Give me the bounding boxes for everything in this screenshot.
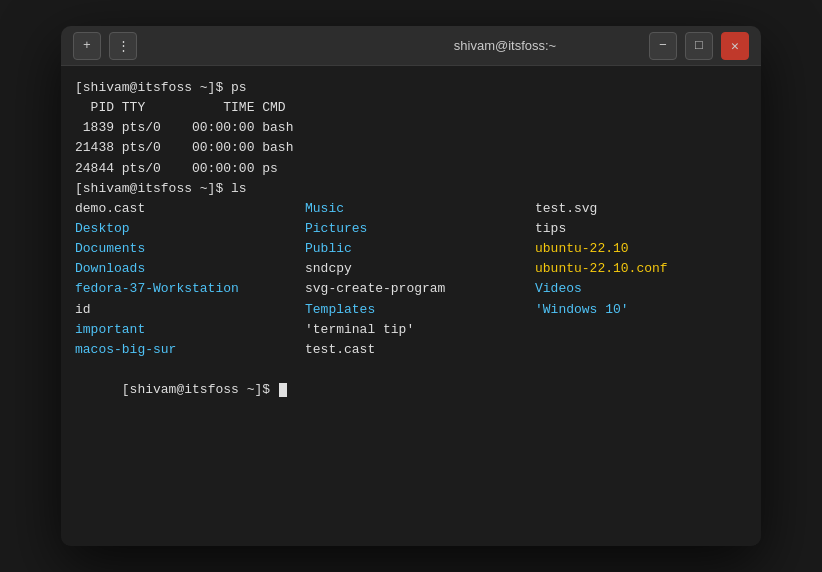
ls-item-svg-create: svg-create-program	[305, 279, 535, 299]
window-title: shivam@itsfoss:~	[361, 38, 649, 53]
ps-row-2: 21438 pts/0 00:00:00 bash	[75, 138, 747, 158]
close-button[interactable]: ✕	[721, 32, 749, 60]
final-prompt: [shivam@itsfoss ~]$	[122, 382, 278, 397]
ls-item-sndcpy: sndcpy	[305, 259, 535, 279]
ls-item-fedora: fedora-37-Workstation	[75, 279, 305, 299]
final-prompt-line: [shivam@itsfoss ~]$	[75, 360, 747, 420]
maximize-button[interactable]: □	[685, 32, 713, 60]
ps-row-1: 1839 pts/0 00:00:00 bash	[75, 118, 747, 138]
ls-item-templates: Templates	[305, 300, 535, 320]
ls-item-test-svg: test.svg	[535, 199, 761, 219]
ps-command-line: [shivam@itsfoss ~]$ ps	[75, 78, 747, 98]
titlebar: + ⋮ shivam@itsfoss:~ − □ ✕	[61, 26, 761, 66]
ls-output: demo.cast Music test.svg Desktop Picture…	[75, 199, 747, 360]
ls-item-test-cast: test.cast	[305, 340, 535, 360]
ls-item-tips: tips	[535, 219, 761, 239]
ps-row-3: 24844 pts/0 00:00:00 ps	[75, 159, 747, 179]
ls-item-pictures: Pictures	[305, 219, 535, 239]
terminal-body[interactable]: [shivam@itsfoss ~]$ ps PID TTY TIME CMD …	[61, 66, 761, 546]
titlebar-left-controls: + ⋮	[73, 32, 361, 60]
terminal-cursor	[279, 383, 287, 397]
ls-item-empty-2	[535, 340, 761, 360]
ls-item-music: Music	[305, 199, 535, 219]
ls-item-empty-1	[535, 320, 761, 340]
ls-item-downloads: Downloads	[75, 259, 305, 279]
ls-item-id: id	[75, 300, 305, 320]
terminal-window: + ⋮ shivam@itsfoss:~ − □ ✕ [shivam@itsfo…	[61, 26, 761, 546]
add-tab-button[interactable]: +	[73, 32, 101, 60]
ls-item-windows10: 'Windows 10'	[535, 300, 761, 320]
ls-item-ubuntu-22-10-conf: ubuntu-22.10.conf	[535, 259, 761, 279]
ps-header: PID TTY TIME CMD	[75, 98, 747, 118]
minimize-button[interactable]: −	[649, 32, 677, 60]
ls-command-line: [shivam@itsfoss ~]$ ls	[75, 179, 747, 199]
ls-item-public: Public	[305, 239, 535, 259]
ls-item-videos: Videos	[535, 279, 761, 299]
ls-item-macos: macos-big-sur	[75, 340, 305, 360]
ls-item-demo-cast: demo.cast	[75, 199, 305, 219]
ls-item-documents: Documents	[75, 239, 305, 259]
more-options-button[interactable]: ⋮	[109, 32, 137, 60]
window-controls: − □ ✕	[649, 32, 749, 60]
ls-item-important: important	[75, 320, 305, 340]
ls-item-terminal-tip: 'terminal tip'	[305, 320, 535, 340]
ls-item-ubuntu-22-10: ubuntu-22.10	[535, 239, 761, 259]
ls-item-desktop: Desktop	[75, 219, 305, 239]
